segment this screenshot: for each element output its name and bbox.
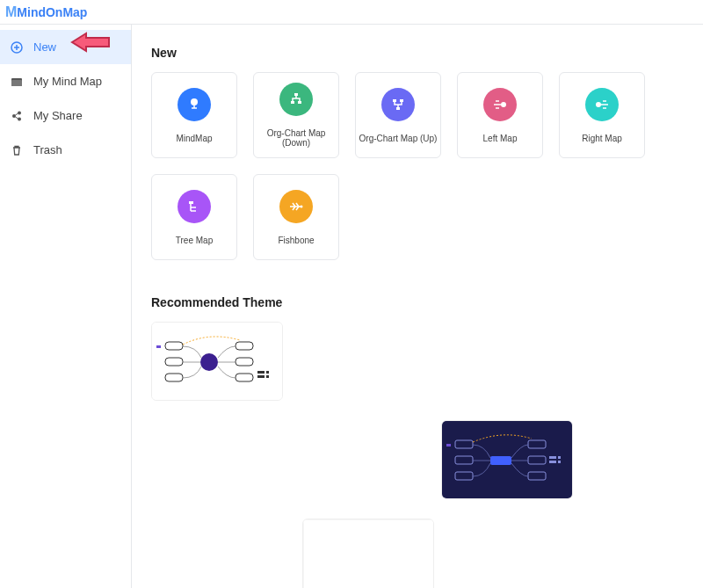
template-label: Org-Chart Map (Up): [359, 134, 438, 143]
svg-point-18: [200, 353, 218, 371]
right-map-icon: [585, 88, 619, 121]
sidebar-item-my-mind-map[interactable]: My Mind Map: [0, 64, 131, 98]
theme-card[interactable]: [441, 420, 573, 499]
template-label: Fishbone: [278, 236, 314, 245]
svg-rect-40: [549, 461, 556, 463]
theme-card[interactable]: [151, 322, 283, 401]
section-title-recommended: Recommended Theme: [151, 295, 684, 309]
svg-rect-15: [189, 201, 193, 204]
themes-grid: [151, 322, 684, 588]
folder-icon: [11, 76, 23, 88]
plus-circle-icon: [11, 41, 23, 54]
template-orgchart-up[interactable]: Org-Chart Map (Up): [355, 72, 441, 158]
svg-point-6: [191, 98, 198, 105]
svg-rect-28: [266, 375, 269, 378]
trash-icon: [11, 144, 23, 156]
left-map-icon: [483, 88, 517, 121]
sidebar-item-label: My Mind Map: [33, 75, 102, 88]
svg-rect-42: [446, 444, 451, 446]
svg-rect-7: [294, 93, 298, 96]
theme-card[interactable]: [302, 519, 434, 588]
template-label: MindMap: [176, 134, 212, 143]
svg-point-4: [18, 111, 21, 114]
svg-rect-29: [156, 345, 161, 348]
svg-rect-2: [11, 80, 22, 86]
logo-mark-icon: M: [5, 4, 17, 19]
logo-text: MindOnMap: [17, 5, 87, 19]
section-title-new: New: [151, 46, 684, 60]
svg-rect-8: [291, 101, 294, 104]
svg-rect-26: [266, 371, 269, 374]
svg-point-5: [18, 117, 21, 120]
arrow-callout-icon: [70, 30, 112, 54]
sidebar: New My Mind Map My Share Trash: [0, 25, 132, 588]
svg-point-13: [501, 102, 506, 107]
template-mindmap[interactable]: MindMap: [151, 72, 237, 158]
share-icon: [11, 110, 23, 122]
svg-rect-25: [257, 371, 265, 374]
mindmap-icon: [178, 88, 211, 121]
logo: MMindOnMap: [5, 4, 87, 20]
orgchart-up-icon: [381, 88, 415, 121]
fishbone-icon: [279, 190, 313, 223]
sidebar-item-trash[interactable]: Trash: [0, 133, 131, 167]
svg-rect-12: [396, 107, 400, 110]
orgchart-down-icon: [279, 83, 313, 116]
svg-point-14: [596, 102, 601, 107]
sidebar-item-label: New: [33, 40, 56, 54]
svg-rect-27: [257, 375, 265, 378]
svg-point-16: [301, 205, 303, 207]
template-label: Org-Chart Map (Down): [254, 128, 338, 148]
svg-rect-9: [298, 101, 301, 104]
svg-rect-10: [393, 99, 396, 102]
sidebar-item-my-share[interactable]: My Share: [0, 98, 131, 133]
templates-grid: MindMap Org-Chart Map (Down) Org-Chart M…: [151, 72, 684, 260]
template-tree-map[interactable]: Tree Map: [151, 174, 237, 260]
template-label: Right Map: [582, 134, 622, 143]
layout: New My Mind Map My Share Trash New: [0, 25, 703, 588]
svg-rect-38: [549, 456, 556, 459]
template-label: Tree Map: [176, 236, 213, 245]
svg-rect-41: [558, 461, 561, 463]
template-orgchart-down[interactable]: Org-Chart Map (Down): [253, 72, 339, 158]
template-left-map[interactable]: Left Map: [457, 72, 543, 158]
tree-map-icon: [178, 190, 211, 223]
template-label: Left Map: [483, 134, 518, 143]
main: New MindMap Org-Chart Map (Down) Org-Cha…: [132, 25, 703, 588]
svg-rect-39: [558, 456, 561, 459]
template-fishbone[interactable]: Fishbone: [253, 174, 339, 260]
svg-rect-43: [303, 519, 434, 588]
svg-rect-31: [490, 456, 511, 465]
svg-rect-11: [400, 99, 403, 102]
template-right-map[interactable]: Right Map: [559, 72, 645, 158]
sidebar-item-label: My Share: [33, 109, 83, 122]
header: MMindOnMap: [0, 0, 703, 25]
sidebar-item-label: Trash: [33, 143, 62, 156]
